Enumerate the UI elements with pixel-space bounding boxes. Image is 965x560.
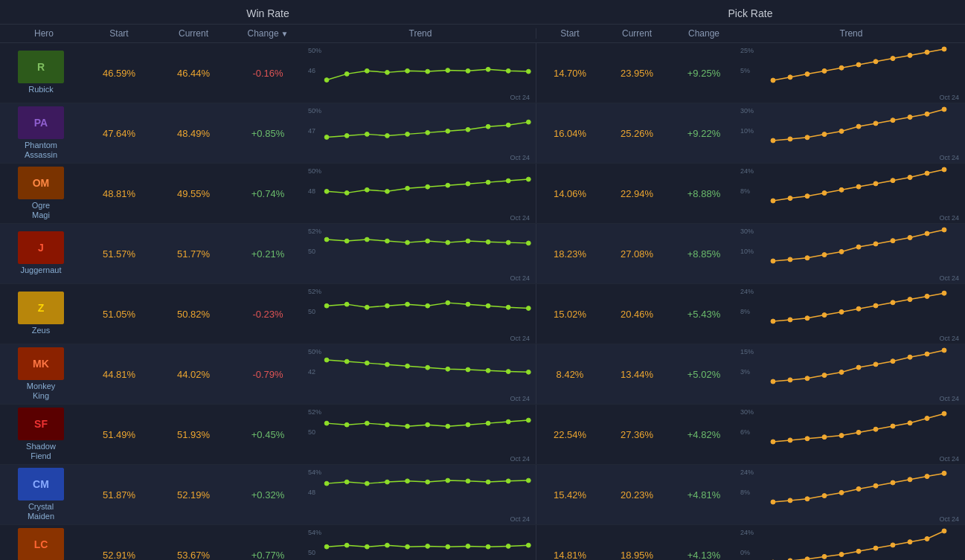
wr-trend-labels: 50%47 xyxy=(308,106,321,137)
pr-trend-cell: 15%3% Oct 24 xyxy=(737,344,965,404)
wr-row: LC LegionCommander 52.91% 53.67% +0.77% … xyxy=(0,525,536,560)
wr-start-val: 51.05% xyxy=(82,309,156,320)
table-row: PA PhantomAssassin 47.64% 48.49% +0.85% … xyxy=(0,103,965,164)
svg-point-79 xyxy=(426,239,430,243)
pr-current-val: 23.95% xyxy=(603,68,670,79)
svg-point-117 xyxy=(908,297,912,302)
pr-trend-cell: 30%10% Oct 24 xyxy=(737,103,965,163)
svg-point-140 xyxy=(891,359,895,364)
wr-trend-labels: 50%46 xyxy=(308,46,321,77)
svg-point-91 xyxy=(873,242,878,246)
hero-avatar-icon: PA xyxy=(18,106,64,139)
col-wr-change-label[interactable]: Change ▼ xyxy=(231,28,305,39)
svg-point-11 xyxy=(506,68,510,73)
pr-current-val: 20.23% xyxy=(603,489,670,501)
svg-point-34 xyxy=(486,124,490,129)
pr-row: 22.54% 27.36% +4.82% 30%6% Oct 24 xyxy=(536,405,965,464)
wr-row: MK MonkeyKing 44.81% 44.02% -0.79% 50%42… xyxy=(0,344,536,404)
svg-point-198 xyxy=(405,544,410,549)
hero-name: CrystalMaiden xyxy=(28,502,54,521)
svg-text:Z: Z xyxy=(38,302,45,314)
pr-row: 14.70% 23.95% +9.25% 25%5% Oct 24 xyxy=(536,43,965,103)
svg-point-161 xyxy=(839,434,844,438)
svg-text:MK: MK xyxy=(33,358,49,370)
pr-change-val: +4.81% xyxy=(670,489,737,501)
svg-text:J: J xyxy=(38,242,44,254)
svg-point-14 xyxy=(788,75,792,80)
col-hero-label: Hero xyxy=(0,28,82,39)
svg-point-125 xyxy=(385,362,390,367)
pr-trend-svg xyxy=(737,344,965,396)
pr-row: 14.81% 18.95% +4.13% 24%0% Oct 24 xyxy=(536,525,965,560)
svg-point-201 xyxy=(466,544,470,549)
svg-point-66 xyxy=(856,184,861,189)
hero-avatar-icon: SF xyxy=(18,408,64,440)
svg-point-50 xyxy=(324,189,329,193)
table-row: OM OgreMagi 48.81% 49.55% +0.74% 50%48 O… xyxy=(0,164,965,224)
svg-point-47 xyxy=(942,107,946,112)
table-row: Z Zeus 51.05% 50.82% -0.23% 52%50 Oct 24 xyxy=(0,284,965,344)
wr-change-val: -0.16% xyxy=(231,68,305,79)
svg-point-133 xyxy=(771,379,775,384)
wr-change-val: -0.79% xyxy=(231,369,305,380)
wr-current-val: 51.77% xyxy=(156,248,231,260)
hero-avatar-icon: MK xyxy=(18,347,64,380)
svg-point-21 xyxy=(908,53,912,57)
svg-point-123 xyxy=(344,359,349,364)
page-wrapper: Win Rate Pick Rate Hero Start Current Ch… xyxy=(0,0,965,560)
svg-point-174 xyxy=(405,479,410,483)
hero-cell: CM CrystalMaiden xyxy=(0,465,82,524)
svg-point-170 xyxy=(324,481,329,486)
svg-point-202 xyxy=(486,544,490,549)
svg-point-197 xyxy=(385,543,390,547)
wr-row: Z Zeus 51.05% 50.82% -0.23% 52%50 Oct 24 xyxy=(0,284,536,344)
pr-current-val: 27.08% xyxy=(603,248,670,260)
svg-point-37 xyxy=(771,138,775,143)
win-rate-title: Win Rate xyxy=(0,0,536,24)
wr-trend-svg xyxy=(305,465,536,517)
svg-point-58 xyxy=(486,180,490,184)
wr-change-val: -0.23% xyxy=(231,309,305,320)
hero-cell: PA PhantomAssassin xyxy=(0,103,82,163)
wr-current-val: 53.67% xyxy=(156,550,231,561)
pr-start-val: 14.70% xyxy=(536,68,603,79)
hero-name: Zeus xyxy=(32,326,50,335)
svg-point-143 xyxy=(942,348,946,353)
pr-start-val: 14.06% xyxy=(536,188,603,199)
hero-cell: SF ShadowFiend xyxy=(0,405,82,464)
svg-point-200 xyxy=(446,544,450,549)
svg-point-150 xyxy=(405,424,410,428)
svg-point-76 xyxy=(365,237,369,242)
wr-trend-svg xyxy=(305,405,536,457)
svg-point-166 xyxy=(925,416,929,421)
svg-point-164 xyxy=(891,424,895,428)
svg-point-52 xyxy=(365,187,369,192)
wr-start-val: 51.87% xyxy=(82,489,156,501)
svg-point-67 xyxy=(873,181,878,186)
pr-row: 14.06% 22.94% +8.88% 24%8% Oct 24 xyxy=(536,164,965,223)
hero-name: Juggernaut xyxy=(20,265,61,275)
wr-trend-date: Oct 24 xyxy=(510,335,530,342)
wr-current-val: 48.49% xyxy=(156,128,231,139)
pr-trend-svg xyxy=(737,405,965,457)
wr-trend-svg xyxy=(305,43,536,95)
svg-point-9 xyxy=(466,68,470,73)
pick-rate-title: Pick Rate xyxy=(536,0,965,24)
svg-point-43 xyxy=(873,121,878,126)
wr-row: J Juggernaut 51.57% 51.77% +0.21% 52%50 … xyxy=(0,224,536,283)
wr-trend-date: Oct 24 xyxy=(510,274,530,282)
svg-point-100 xyxy=(365,305,369,309)
pr-trend-svg xyxy=(737,164,965,216)
pr-trend-date: Oct 24 xyxy=(939,94,959,101)
svg-point-30 xyxy=(405,132,410,136)
wr-trend-date: Oct 24 xyxy=(510,455,530,463)
svg-point-110 xyxy=(788,318,792,322)
pr-trend-cell: 25%5% Oct 24 xyxy=(737,43,965,103)
svg-point-17 xyxy=(839,65,844,70)
hero-avatar: J xyxy=(18,231,64,264)
svg-point-180 xyxy=(526,478,530,483)
svg-point-101 xyxy=(385,303,390,308)
svg-point-208 xyxy=(822,554,827,559)
svg-point-211 xyxy=(873,546,878,550)
pr-trend-labels: 15%3% xyxy=(740,347,754,378)
